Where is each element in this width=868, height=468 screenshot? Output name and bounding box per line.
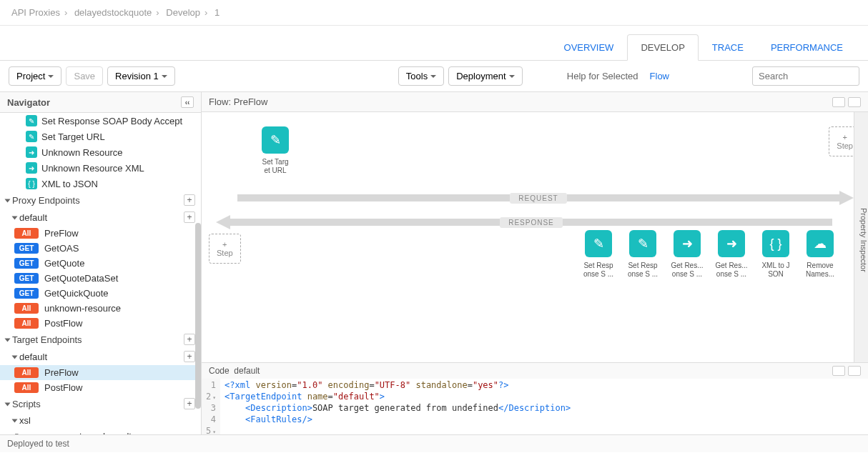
flow-item[interactable]: AllPreFlow <box>0 226 201 241</box>
flow-item[interactable]: GETGetOAS <box>0 241 201 256</box>
project-menu[interactable]: Project <box>9 66 61 86</box>
breadcrumb-item: 1 <box>214 7 220 18</box>
policy-step[interactable]: ➜Get Res...onse S ... <box>668 230 706 279</box>
tab-trace[interactable]: TRACE <box>699 34 757 60</box>
tab-performance[interactable]: PERFORMANCE <box>757 34 857 60</box>
nav-section[interactable]: Proxy Endpoints+ <box>0 191 201 209</box>
file-name: remove-empty-nodes.xslt <box>27 431 132 434</box>
nav-subsection[interactable]: default+ <box>0 209 201 226</box>
add-button[interactable]: + <box>184 334 195 345</box>
policy-label: RemoveNames... <box>806 262 834 279</box>
policy-label: Unknown Resource XML <box>41 163 144 174</box>
flow-item[interactable]: Allunknown-resource <box>0 301 201 316</box>
collapse-navigator[interactable]: ‹‹ <box>181 96 194 108</box>
flow-item[interactable]: AllPostFlow <box>0 316 201 331</box>
flow-item[interactable]: GETGetQuoteDataSet <box>0 271 201 286</box>
flow-item[interactable]: GETGetQuote <box>0 256 201 271</box>
policy-item[interactable]: ✎Set Response SOAP Body Accept <box>0 113 201 129</box>
chevron-down-icon <box>5 338 11 342</box>
revision-menu[interactable]: Revision 1 <box>107 66 175 86</box>
add-button[interactable]: + <box>184 398 195 409</box>
flow-label: GetQuote <box>44 258 84 269</box>
arrow-icon: ➜ <box>718 230 745 257</box>
search-input[interactable] <box>752 66 859 86</box>
flow-label: GetQuickQuote <box>44 288 109 299</box>
nav-subsection[interactable]: default+ <box>0 348 201 365</box>
policy-item[interactable]: ✎Set Target URL <box>0 129 201 144</box>
tab-develop[interactable]: DEVELOP <box>627 34 698 61</box>
flow-title: Flow: PreFlow <box>209 96 267 107</box>
policy-step[interactable]: ☁RemoveNames... <box>801 230 839 279</box>
chevron-down-icon <box>162 75 167 78</box>
chevron-down-icon <box>12 355 18 359</box>
status-bar: Deployed to test <box>0 434 868 452</box>
policy-label: Get Res...onse S ... <box>715 262 747 279</box>
code-layout-2[interactable] <box>848 366 861 376</box>
response-label: RESPONSE <box>500 217 563 228</box>
code-label: Code <box>209 366 230 376</box>
chevron-down-icon <box>48 75 54 78</box>
navigator-title: Navigator <box>7 97 50 108</box>
flow-item[interactable]: GETGetQuickQuote <box>0 286 201 301</box>
flow-canvas-panel: Flow: PreFlow ✎Set Target URL +Step REQU… <box>202 92 868 434</box>
policy-label: XML to JSON <box>41 179 98 189</box>
nav-subsection[interactable]: xsl <box>0 412 201 429</box>
policy-step[interactable]: ✎Set Response S ... <box>579 230 618 279</box>
add-button[interactable]: + <box>184 211 195 223</box>
policy-label: Unknown Resource <box>41 147 122 158</box>
scrollbar[interactable] <box>195 223 201 409</box>
property-inspector[interactable]: Property Inspector <box>854 112 868 362</box>
tools-menu[interactable]: Tools <box>398 66 444 86</box>
policy-label: Set Response S ... <box>583 262 613 279</box>
policy-label: XML to JSON <box>761 262 789 279</box>
method-badge: All <box>14 382 39 393</box>
method-badge: GET <box>14 273 39 284</box>
arrow-icon: ➜ <box>26 162 37 174</box>
arrow-left-icon <box>216 215 230 229</box>
chevron-down-icon <box>509 75 515 78</box>
flow-item[interactable]: AllPreFlow <box>0 365 201 380</box>
nav-section[interactable]: Target Endpoints+ <box>0 331 201 348</box>
method-badge: GET <box>14 243 39 254</box>
navigator-panel: Navigator ‹‹ ✎Set Response SOAP Body Acc… <box>0 92 202 434</box>
method-badge: GET <box>14 288 39 299</box>
add-button[interactable]: + <box>184 351 195 362</box>
breadcrumb-item[interactable]: API Proxies <box>11 7 60 18</box>
add-button[interactable]: + <box>184 194 195 206</box>
pencil-icon: ✎ <box>26 115 37 126</box>
policy-step[interactable]: ✎Set Response S ... <box>623 230 662 279</box>
flow-label: PostFlow <box>44 382 82 393</box>
chevron-down-icon <box>5 402 11 406</box>
policy-step[interactable]: ✎Set Target URL <box>256 126 295 175</box>
script-file[interactable]: ▮remove-empty-nodes.xslt <box>0 429 201 434</box>
arrow-icon: ➜ <box>674 230 701 257</box>
flow-item[interactable]: AllPostFlow <box>0 380 201 395</box>
layout-toggle-2[interactable] <box>848 97 861 107</box>
code-editor[interactable]: 12345 <?xml version="1.0" encoding="UTF-… <box>202 379 868 434</box>
policy-item[interactable]: ➜Unknown Resource <box>0 144 201 160</box>
method-badge: All <box>14 367 39 378</box>
policy-item[interactable]: { }XML to JSON <box>0 176 201 191</box>
flow-label: PostFlow <box>44 318 82 329</box>
breadcrumb-item[interactable]: delayedstockquote <box>74 7 152 18</box>
tab-overview[interactable]: OVERVIEW <box>551 34 628 60</box>
code-target: default <box>234 366 260 376</box>
add-step-response[interactable]: +Step <box>209 234 241 264</box>
breadcrumb: API Proxies› delayedstockquote› Develop›… <box>0 0 868 26</box>
deployment-menu[interactable]: Deployment <box>448 66 522 86</box>
breadcrumb-item[interactable]: Develop <box>166 7 200 18</box>
arrow-right-icon <box>839 191 854 205</box>
code-layout-1[interactable] <box>832 366 845 376</box>
policy-step[interactable]: ➜Get Res...onse S ... <box>712 230 751 279</box>
nav-section[interactable]: Scripts+ <box>0 395 201 412</box>
pencil-icon: ✎ <box>26 131 37 142</box>
policy-step[interactable]: { }XML to JSON <box>756 230 795 279</box>
chevron-down-icon <box>12 419 18 423</box>
save-button[interactable]: Save <box>66 66 103 86</box>
help-flow-link[interactable]: Flow <box>650 71 669 81</box>
method-badge: GET <box>14 258 39 269</box>
chevron-down-icon <box>12 216 18 219</box>
layout-toggle-1[interactable] <box>832 97 845 107</box>
policy-item[interactable]: ➜Unknown Resource XML <box>0 160 201 176</box>
method-badge: All <box>14 228 39 239</box>
